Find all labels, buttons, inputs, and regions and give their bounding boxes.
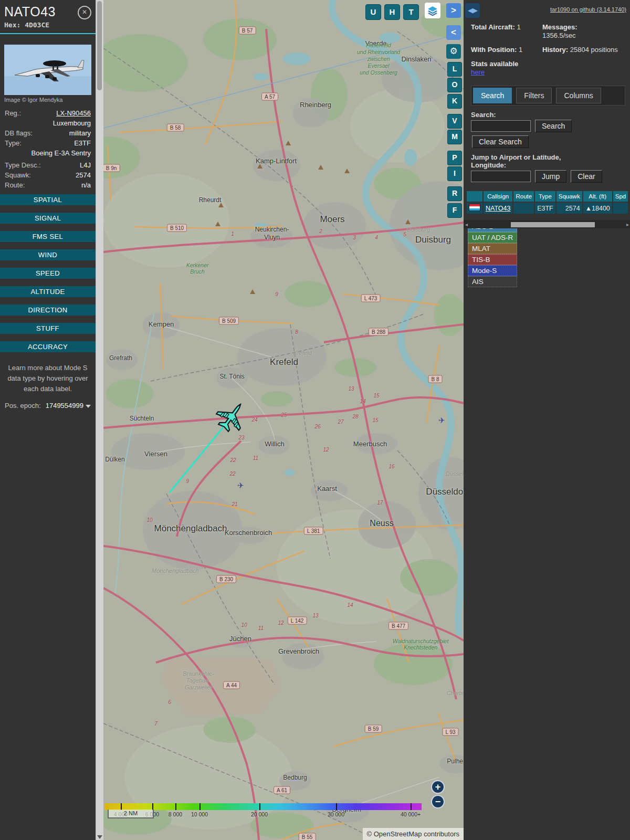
map-district-label: Duisburg <box>407 226 430 233</box>
search-input[interactable] <box>471 120 531 132</box>
collapse-left-button[interactable]: < <box>446 25 461 40</box>
sidebar-section: ALTITUDE <box>0 286 96 300</box>
table-row[interactable]: NATO43 E3TF 2574 ▲18400 <box>467 203 628 214</box>
map-town-label: St. Tönis <box>219 373 244 380</box>
map-town-label: Krefeld <box>270 357 298 368</box>
col-alt[interactable]: Alt. (ft) <box>583 191 612 202</box>
road-ref-badge: B 288 <box>369 328 388 336</box>
source-badge[interactable]: TIS-B <box>468 254 517 265</box>
jump-clear-button[interactable]: Clear <box>571 170 602 183</box>
map-attribution[interactable]: © OpenStreetMap contributors <box>363 828 464 840</box>
panel-resize-button[interactable]: ◀▶ <box>465 3 480 18</box>
stats-block: Total Aircraft: 1 Messages:1356.5/sec Wi… <box>464 18 630 81</box>
motorway-exit-number: 13 <box>312 613 318 618</box>
section-header: DIRECTION <box>0 304 96 316</box>
map-town-label: Jüchen <box>229 635 251 643</box>
hscroll-thumb[interactable] <box>511 222 595 227</box>
map-town-label: Kempen <box>149 320 174 328</box>
map-town-label: Süchteln <box>130 415 154 422</box>
motorway-exit-number: 9 <box>275 291 278 297</box>
github-link[interactable]: tar1090 on github (3.14.1740) <box>550 6 626 13</box>
scrollbar-thumb[interactable] <box>97 1 102 90</box>
jump-label: Jump to Airport or Latitude, <box>471 153 561 161</box>
motorway-exit-number: 10 <box>146 517 152 523</box>
photo-credit: Image © Igor Mendyka <box>0 95 96 108</box>
road-ref-badge: B 510 <box>167 224 187 232</box>
source-badge[interactable]: MLAT <box>468 243 517 254</box>
luxembourg-flag-icon <box>469 204 480 211</box>
sidebar-section: FMS SEL <box>0 231 96 245</box>
map-district-label: Garzweiler <box>185 684 213 690</box>
map-town-label: Moers <box>320 214 344 225</box>
aircraft-photo[interactable] <box>4 45 91 95</box>
clear-search-button[interactable]: Clear Search <box>472 135 529 148</box>
col-flag[interactable] <box>467 191 482 202</box>
sidebar-section: ACCURACY <box>0 341 96 355</box>
zoom-out-button[interactable]: − <box>431 795 445 808</box>
tab-columns[interactable]: Columns <box>556 88 601 103</box>
map-hotkey-button[interactable]: L <box>447 62 462 77</box>
scroll-right-arrow[interactable]: ▸ <box>626 221 629 228</box>
col-squawk[interactable]: Squawk <box>556 191 582 202</box>
stats-here-link[interactable]: here <box>471 68 485 76</box>
col-route[interactable]: Route <box>513 191 534 202</box>
scroll-left-arrow[interactable]: ◂ <box>465 221 468 228</box>
legend-tick-label: 20 000 <box>251 811 268 817</box>
source-badge[interactable]: Mode-S <box>468 265 517 276</box>
tab-search[interactable]: Search <box>473 88 512 103</box>
close-icon[interactable]: ✕ <box>78 6 91 19</box>
source-badge[interactable]: AIS <box>468 276 517 287</box>
col-callsign[interactable]: Callsign <box>484 191 512 202</box>
motorway-exit-number: 15 <box>372 417 378 423</box>
settings-gear-button[interactable]: ⚙ <box>446 44 461 59</box>
search-button[interactable]: Search <box>535 120 572 132</box>
motorway-exit-number: 11 <box>258 625 264 631</box>
map-button-u[interactable]: U <box>365 4 381 20</box>
legend-tick <box>336 803 337 810</box>
section-header: WIND <box>0 249 96 260</box>
jump-input[interactable] <box>471 171 531 182</box>
panel-horizontal-scrollbar[interactable]: ◂ ▸ <box>464 220 630 228</box>
map-button-t[interactable]: T <box>403 4 419 20</box>
map-hotkey-button[interactable]: F <box>447 203 462 218</box>
aircraft-info-sidebar: NATO43 ✕ Hex: 4D03CE <box>0 0 96 840</box>
motorway-exit-number: 12 <box>278 620 284 626</box>
motorway-exit-number: 26 <box>314 424 320 429</box>
row-callsign-link[interactable]: NATO43 <box>486 205 510 212</box>
map-hotkey-button[interactable]: R <box>447 186 462 201</box>
map-canvas[interactable]: ✈ ✈ VoerdeDinslakenRheinbergKamp-Lintfor… <box>103 0 464 840</box>
map-hotkey-button[interactable]: O <box>447 78 462 92</box>
motorway-exit-number: 7 <box>154 721 158 727</box>
epoch-dropdown-caret[interactable] <box>86 405 91 408</box>
map-hotkey-button[interactable]: I <box>447 166 462 181</box>
legend-tick <box>175 803 176 810</box>
source-badge[interactable]: UAT / ADS-R <box>468 232 517 243</box>
map-hotkey-button[interactable]: P <box>447 151 462 165</box>
jump-button[interactable]: Jump <box>535 170 566 183</box>
motorway-exit-number: 28 <box>352 414 358 419</box>
info-row: Type Desc.: L4J <box>0 160 96 170</box>
scrollbar-down-arrow[interactable] <box>97 835 102 839</box>
sidebar-section: SPEED <box>0 268 96 282</box>
registration-link[interactable]: LX-N90456 <box>56 109 91 117</box>
expand-right-button[interactable]: > <box>446 3 461 18</box>
tab-filters[interactable]: Filters <box>516 88 552 103</box>
layers-button[interactable] <box>425 3 440 18</box>
map-district-label: Krefeld <box>293 350 312 356</box>
zoom-in-button[interactable]: + <box>431 780 445 794</box>
svg-text:✈: ✈ <box>237 481 244 490</box>
pos-epoch-row[interactable]: Pos. epoch: 1749554999 <box>0 401 96 411</box>
map-hotkey-button[interactable]: V <box>447 114 462 129</box>
sidebar-scrollbar[interactable] <box>96 0 103 840</box>
legend-tick <box>259 803 260 810</box>
map-button-h[interactable]: H <box>384 4 400 20</box>
map-hotkey-button[interactable]: M <box>447 130 462 144</box>
col-type[interactable]: Type <box>535 191 555 202</box>
map-nature-label: Eversael <box>368 62 390 69</box>
motorway-exit-number: 13 <box>348 386 354 392</box>
map-hotkey-button[interactable]: K <box>447 94 462 109</box>
map-town-label: Rheurdt <box>199 196 222 204</box>
col-spd[interactable]: Spd <box>613 191 628 202</box>
map-nature-label: Hasenfeld <box>366 42 391 48</box>
map-nature-label: Waldnaturschutzgebiet <box>393 638 449 644</box>
